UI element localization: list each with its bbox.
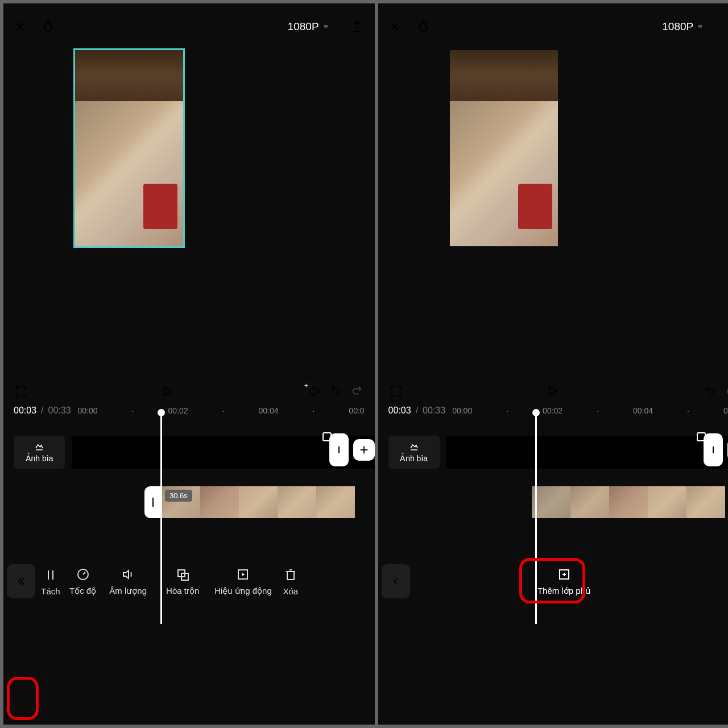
animation-label: Hiệu ứng động <box>214 586 272 596</box>
quality-button[interactable]: 1080P <box>662 20 704 33</box>
keyframe-icon[interactable]: + <box>307 384 321 399</box>
clip-preview-selected[interactable] <box>75 50 183 246</box>
canvas-area <box>3 50 375 377</box>
track-end-handle[interactable] <box>329 433 349 466</box>
volume-button[interactable]: Âm lượng <box>101 560 155 602</box>
track-end-handle[interactable] <box>704 433 723 466</box>
svg-marker-27 <box>549 387 557 396</box>
clip-track[interactable]: 30.6s <box>144 486 375 518</box>
svg-marker-7 <box>326 436 328 439</box>
quality-label: 1080P <box>662 20 693 33</box>
back-button[interactable] <box>382 564 410 598</box>
close-icon[interactable] <box>388 20 401 33</box>
time-display: 00:03 / 00:33 00:00 · 00:02 · 00:04 · 00… <box>3 406 375 419</box>
back-button[interactable] <box>7 564 35 598</box>
quality-label: 1080P <box>288 20 319 33</box>
play-icon[interactable] <box>160 384 175 399</box>
cover-label: Ảnh bìa <box>26 454 53 463</box>
cover-button[interactable]: Ảnh bìa <box>388 436 440 469</box>
svg-marker-15 <box>123 570 129 578</box>
clip-thumbnails[interactable]: 30.6s <box>162 486 375 518</box>
redo-icon <box>724 384 728 399</box>
time-total: 00:33 <box>48 406 71 416</box>
speed-label: Tốc độ <box>69 586 96 596</box>
undo-icon[interactable] <box>702 384 717 399</box>
clip-duration-badge: 30.6s <box>165 490 192 502</box>
undo-icon[interactable] <box>328 384 343 399</box>
time-ruler: 00:00 · 00:02 · 00:04 · 00:0 <box>450 406 728 415</box>
fullscreen-icon[interactable] <box>14 384 28 399</box>
toolbar: Tách Tốc độ Âm lượng Hòa trộn Hiệu ứng đ… <box>3 556 375 607</box>
time-current: 00:03 <box>14 406 36 416</box>
flame-icon[interactable] <box>411 15 435 39</box>
svg-marker-19 <box>242 573 245 576</box>
volume-label: Âm lượng <box>109 586 147 596</box>
play-icon[interactable] <box>545 384 560 399</box>
fullscreen-icon[interactable] <box>388 384 403 399</box>
header: 1080P <box>3 3 375 50</box>
editor-screen-right: 1080P 00:03 / 00:33 <box>378 3 728 725</box>
playhead[interactable] <box>535 412 537 624</box>
speed-button[interactable]: Tốc độ <box>65 560 101 602</box>
clip-handle-left[interactable] <box>144 486 162 518</box>
svg-rect-20 <box>287 572 294 580</box>
cover-label: Ảnh bìa <box>400 454 428 463</box>
toolbar: Thêm lớp phủ <box>378 556 728 607</box>
time-ruler: 00:00 · 00:02 · 00:04 · 00:0 <box>76 406 365 415</box>
canvas-area <box>378 50 728 377</box>
header: 1080P <box>378 3 728 50</box>
split-button[interactable]: Tách <box>36 560 65 602</box>
editor-screen-left: 1080P + <box>3 3 375 725</box>
add-overlay-label: Thêm lớp phủ <box>537 586 591 596</box>
playback-bar: + <box>3 377 375 406</box>
add-overlay-button[interactable]: Thêm lớp phủ <box>528 562 600 601</box>
timeline[interactable]: Ảnh bìa <box>378 419 728 556</box>
timeline[interactable]: Ảnh bìa 30.6s <box>3 419 375 556</box>
svg-marker-29 <box>701 436 703 439</box>
flame-icon[interactable] <box>36 15 60 39</box>
playback-bar <box>378 377 728 406</box>
timeline-track-empty[interactable] <box>72 436 375 469</box>
time-display: 00:03 / 00:33 00:00 · 00:02 · 00:04 · 00… <box>378 406 728 419</box>
add-track-button[interactable] <box>353 439 375 461</box>
clip-thumbnails[interactable] <box>532 486 728 518</box>
time-separator: / <box>416 406 418 416</box>
export-icon[interactable] <box>724 19 728 34</box>
blend-label: Hòa trộn <box>166 586 199 596</box>
svg-marker-4 <box>164 387 172 396</box>
clip-track[interactable] <box>532 486 728 518</box>
time-separator: / <box>41 406 43 416</box>
quality-button[interactable]: 1080P <box>288 20 329 33</box>
svg-rect-5 <box>309 387 318 396</box>
time-total: 00:33 <box>423 406 445 416</box>
cover-button[interactable]: Ảnh bìa <box>14 436 65 469</box>
delete-button[interactable]: Xóa <box>276 560 305 602</box>
close-icon[interactable] <box>14 20 26 33</box>
animation-button[interactable]: Hiệu ứng động <box>210 560 276 602</box>
blend-button[interactable]: Hòa trộn <box>155 560 210 602</box>
timeline-track-empty[interactable] <box>446 436 728 469</box>
clip-preview[interactable] <box>450 50 558 246</box>
split-label: Tách <box>41 586 60 596</box>
playhead[interactable] <box>160 412 162 624</box>
delete-label: Xóa <box>283 586 298 596</box>
export-icon[interactable] <box>350 19 365 34</box>
time-current: 00:03 <box>388 406 411 416</box>
redo-icon <box>350 384 365 399</box>
